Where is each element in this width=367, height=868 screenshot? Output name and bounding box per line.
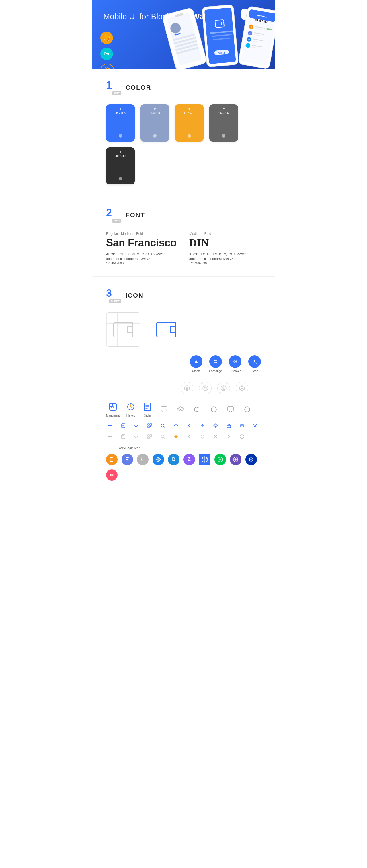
font-san-francisco: Regular · Medium · Bold San Francisco AB… xyxy=(106,232,178,265)
color-section-title: COLOR xyxy=(125,84,151,91)
icon-layers xyxy=(175,404,186,415)
svg-point-69 xyxy=(247,408,248,408)
order-label: Order xyxy=(144,414,151,417)
tab-icon-exchange-outline xyxy=(199,382,211,395)
font1-uppercase: ABCDEFGHIJKLMNOPQRSTUVWXYZ xyxy=(106,252,178,256)
svg-rect-64 xyxy=(161,407,167,411)
crypto-bitcoin: ₿ xyxy=(106,454,117,465)
wallet-icon-filled xyxy=(156,322,176,337)
hero-badges: Ps 60+Screens xyxy=(101,32,114,69)
sketch-badge xyxy=(101,32,113,44)
svg-point-47 xyxy=(254,360,255,362)
font2-name: DIN xyxy=(189,237,261,249)
crypto-waves xyxy=(152,454,164,465)
swatch-orange: #F5A623 xyxy=(175,104,204,142)
svg-point-102 xyxy=(111,474,112,475)
svg-point-42 xyxy=(213,359,218,364)
svg-marker-81 xyxy=(174,424,178,428)
svg-rect-76 xyxy=(150,424,152,425)
icon-showcase: Assets Exchange Discover Profile xyxy=(106,312,261,373)
swatch-dark: #303030 xyxy=(106,147,135,185)
font-section-title: FONT xyxy=(125,211,145,219)
icon-resize xyxy=(238,422,246,430)
tab-icons-outline xyxy=(181,382,261,395)
font2-lowercase: abcdefghijklmnopqrstuvwxyz xyxy=(189,257,261,260)
crypto-other xyxy=(106,469,117,481)
utility-icons-2 xyxy=(106,433,261,441)
swatch-blue: #3574FA xyxy=(106,104,135,142)
icon-star xyxy=(172,422,180,430)
icon-qr-light xyxy=(146,433,154,441)
icon-circle xyxy=(208,404,219,415)
icon-document-edit xyxy=(119,422,127,430)
svg-line-93 xyxy=(164,437,165,439)
font2-style: Medium · Bold xyxy=(189,232,261,236)
tab-exchange-label: Exchange xyxy=(209,370,222,373)
crypto-augur xyxy=(215,454,226,465)
tab-profile-label: Profile xyxy=(251,370,259,373)
icon-close xyxy=(251,422,259,430)
icon-star-yellow xyxy=(172,433,180,441)
phone-mockups: Sign up myWallet $6,297,502 ₿ Ξ xyxy=(161,3,275,69)
tab-icon-discover-outline xyxy=(217,382,230,395)
font1-numbers: 1234567890 xyxy=(106,261,178,265)
icon-search-light xyxy=(159,433,167,441)
blockchain-label-row: BlockChain Icon xyxy=(106,446,261,450)
icon-section-number: 3 THREE xyxy=(106,288,121,303)
svg-point-45 xyxy=(234,361,236,362)
font-din: Medium · Bold DIN ABCDEFGHIJKLMNOPQRSTUV… xyxy=(189,232,261,265)
swatch-gray: #666666 xyxy=(209,104,238,142)
font-grid: Regular · Medium · Bold San Francisco AB… xyxy=(106,232,261,265)
svg-rect-75 xyxy=(148,424,149,425)
icon-message xyxy=(225,404,236,415)
tab-discover-label: Discover xyxy=(230,370,241,373)
icon-share xyxy=(198,422,206,430)
font2-uppercase: ABCDEFGHIJKLMNOPQRSTUVWXYZ xyxy=(189,252,261,256)
crypto-ethereum: Ξ xyxy=(121,454,133,465)
svg-rect-91 xyxy=(148,437,149,439)
ps-badge: Ps xyxy=(101,48,113,60)
color-section: 1 ONE COLOR #3574FA #8DA0C8 #F5A623 #666… xyxy=(92,69,275,196)
icon-moon xyxy=(192,404,203,415)
icon-comment xyxy=(159,404,169,415)
icon-arrow-right-light xyxy=(225,433,233,441)
tab-icon-assets: Assets xyxy=(190,355,202,373)
screens-badge: 60+Screens xyxy=(101,64,114,69)
tab-icons-filled: Assets Exchange Discover Profile xyxy=(190,355,261,373)
wallet-icon-outline xyxy=(113,322,133,337)
hero-section: Mobile UI for Blockchain Wallet UI Kit P… xyxy=(92,0,275,69)
crypto-dash: D xyxy=(168,454,179,465)
blockchain-label: BlockChain Icon xyxy=(117,446,140,450)
wallet-icon-grid xyxy=(106,312,140,347)
color-section-number: 1 ONE xyxy=(106,80,121,95)
svg-rect-87 xyxy=(121,435,125,439)
management-label: Mangment xyxy=(106,414,119,417)
svg-point-53 xyxy=(223,388,224,389)
svg-rect-78 xyxy=(150,426,151,427)
bottom-nav-icons: Mangment History Order xyxy=(106,401,261,417)
icon-management: Mangment xyxy=(106,401,119,417)
svg-marker-49 xyxy=(185,386,189,390)
svg-rect-89 xyxy=(148,435,149,436)
utility-icons-1 xyxy=(106,422,261,430)
icon-x-light xyxy=(211,433,220,441)
font-section-number: 2 TWO xyxy=(106,208,121,223)
icon-search xyxy=(159,422,167,430)
icon-section: 3 THREE ICON Assets xyxy=(92,277,275,492)
color-swatches: #3574FA #8DA0C8 #F5A623 #666666 #303030 xyxy=(106,104,261,185)
icon-info xyxy=(242,404,253,415)
tab-icon-assets-outline xyxy=(181,382,193,395)
icon-check xyxy=(133,422,140,430)
tab-assets-label: Assets xyxy=(192,370,200,373)
icon-chevron-left xyxy=(185,422,193,430)
icon-settings xyxy=(211,422,220,430)
svg-rect-58 xyxy=(111,407,114,408)
wallet-icon-filled-wrap xyxy=(149,312,184,347)
font1-name: San Francisco xyxy=(106,237,178,249)
icon-info-light xyxy=(238,433,246,441)
crypto-grid xyxy=(199,454,210,465)
icon-plus-light xyxy=(106,433,114,441)
svg-rect-77 xyxy=(148,426,149,428)
svg-point-97 xyxy=(242,435,242,436)
font2-numbers: 1234567890 xyxy=(189,261,261,265)
